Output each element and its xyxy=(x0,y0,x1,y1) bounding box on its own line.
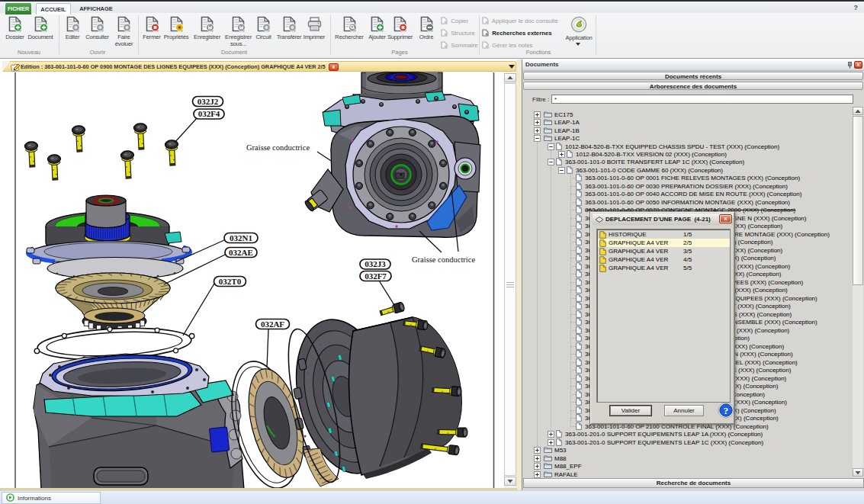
svg-text:032F4: 032F4 xyxy=(198,109,220,118)
svg-text:?: ? xyxy=(724,405,729,416)
svg-text:032J2: 032J2 xyxy=(198,97,219,106)
svg-text:032N1: 032N1 xyxy=(230,233,252,242)
svg-text:032T0: 032T0 xyxy=(219,277,242,286)
svg-text:Graisse conductrice: Graisse conductrice xyxy=(246,143,310,152)
svg-text:032J3: 032J3 xyxy=(365,259,386,268)
svg-text:Graisse conductrice: Graisse conductrice xyxy=(412,255,475,264)
svg-text:032AE: 032AE xyxy=(229,248,253,257)
svg-text:032AF: 032AF xyxy=(261,319,284,329)
svg-text:032F7: 032F7 xyxy=(365,271,387,281)
